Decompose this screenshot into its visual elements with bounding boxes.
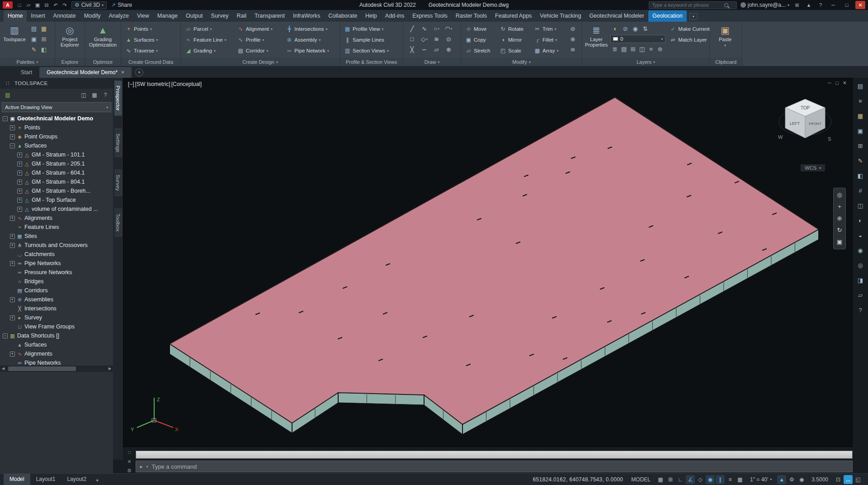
match-layer-button[interactable]: ⇌Match Layer xyxy=(668,34,711,45)
expand-toggle-icon[interactable]: − xyxy=(3,116,8,121)
layout-tab-model[interactable]: Model xyxy=(4,474,30,485)
clipboard-panel-footer[interactable]: Clipboard xyxy=(710,58,742,66)
edit-hatch-button[interactable]: ≋ xyxy=(571,46,576,53)
scroll-right-icon[interactable]: ▶ xyxy=(107,366,113,372)
expand-toggle-icon[interactable]: + xyxy=(10,315,15,320)
draw-panel-footer[interactable]: Draw▾ xyxy=(403,58,461,66)
expand-toggle-icon[interactable]: + xyxy=(17,152,22,157)
points-button[interactable]: +Points▾ xyxy=(124,24,159,34)
expand-toggle-icon[interactable]: + xyxy=(17,162,22,166)
view-selector-dropdown[interactable]: Active Drawing View ▾ xyxy=(2,102,111,112)
zoom-icon[interactable]: ⊕ xyxy=(837,215,842,222)
command-history-line[interactable] xyxy=(136,451,853,459)
annotation-scale-button[interactable]: 1" = 40' ▾ xyxy=(747,475,774,484)
open-file-icon[interactable]: ▱ xyxy=(24,2,33,8)
expand-toggle-icon[interactable]: + xyxy=(17,171,22,176)
sheet-set-manager-button[interactable]: ▣ xyxy=(31,36,37,43)
tree-item-corridors[interactable]: +▤Corridors xyxy=(0,286,113,295)
layer-freeze-button[interactable]: ≣ xyxy=(613,46,618,52)
tool-palettes-button[interactable]: ▦ xyxy=(41,25,47,32)
tree-item-gm-stratum-804-1[interactable]: +△GM - Stratum - 804.1 xyxy=(0,177,113,186)
isolate-objects-icon[interactable]: ◉ xyxy=(797,475,806,484)
object-snap-icon[interactable]: ◉ xyxy=(706,475,715,484)
doc-tab-start[interactable]: Start xyxy=(14,67,39,78)
pan-icon[interactable]: + xyxy=(838,204,841,210)
tool-palettes-icon[interactable]: ▦ xyxy=(858,113,863,119)
profile-section-views-panel-footer[interactable]: Profile & Section Views xyxy=(340,58,403,66)
copy-button[interactable]: ▣Copy xyxy=(464,34,495,45)
ribbon-tab-collaborate[interactable]: Collaborate xyxy=(324,10,361,22)
rectangle-button[interactable]: □ xyxy=(410,36,414,43)
alignment-button[interactable]: ∿Alignment▾ xyxy=(236,24,282,34)
tree-item-survey[interactable]: +▸Survey xyxy=(0,313,113,322)
materials-palette-icon[interactable]: ◒ xyxy=(859,233,862,239)
expand-toggle-icon[interactable]: + xyxy=(17,207,22,212)
design-center-button[interactable]: ⊞ xyxy=(42,36,47,43)
save-icon[interactable]: ▣ xyxy=(33,2,42,8)
traverse-button[interactable]: ∿Traverse▾ xyxy=(124,45,159,56)
ribbon-tab-manage[interactable]: Manage xyxy=(153,10,182,22)
paste-button[interactable]: ▣ Paste ▾ xyxy=(712,24,738,58)
layer-palette-icon[interactable]: ≡ xyxy=(859,98,862,105)
optimize-panel-footer[interactable]: Optimize xyxy=(85,58,121,66)
pipe-network-button[interactable]: ═Pipe Network▾ xyxy=(284,45,337,56)
grading-button[interactable]: ◢Grading▾ xyxy=(184,45,233,56)
search-icon[interactable] xyxy=(724,3,728,7)
fillet-button[interactable]: ╭Fillet▾ xyxy=(533,34,565,45)
expand-toggle-icon[interactable]: + xyxy=(17,180,22,185)
tree-item-pressure-networks[interactable]: +═Pressure Networks xyxy=(0,268,113,277)
model-space-button[interactable]: MODEL xyxy=(628,475,653,484)
explore-panel-footer[interactable]: Explore xyxy=(55,58,85,66)
tree-item-alignments[interactable]: +∿Alignments xyxy=(0,349,113,358)
ribbon-tab-view[interactable]: View xyxy=(133,10,153,22)
tree-item-surfaces[interactable]: +▲Surfaces xyxy=(0,340,113,349)
stretch-button[interactable]: ▱Stretch xyxy=(464,45,495,56)
sheet-set-icon[interactable]: ▣ xyxy=(858,128,863,134)
close-button[interactable]: ✕ xyxy=(855,1,865,9)
snap-mode-icon[interactable]: ⊞ xyxy=(666,475,675,484)
clean-screen-icon[interactable]: ◱ xyxy=(854,475,863,484)
viewcube[interactable]: TOP LEFT FRONT W S xyxy=(775,94,835,162)
close-doc-icon[interactable]: × xyxy=(121,69,124,76)
preview-toggle-icon[interactable]: ▦ xyxy=(90,92,99,98)
print-icon[interactable]: ⊟ xyxy=(42,2,51,8)
workspace-gear-icon[interactable]: ⚙ xyxy=(787,475,796,484)
new-layout-button[interactable]: + xyxy=(92,475,102,484)
array-button[interactable]: ▦Array▾ xyxy=(533,45,565,56)
visual-style-control[interactable]: [Conceptual] xyxy=(171,81,202,87)
ortho-mode-icon[interactable]: ∟ xyxy=(676,475,685,484)
tree-item-pipe-networks[interactable]: +═Pipe Networks xyxy=(0,259,113,268)
expand-toggle-icon[interactable]: + xyxy=(10,352,15,357)
autodesk-account-icon[interactable]: ▲ xyxy=(805,2,813,8)
layout-tab-layout1[interactable]: Layout1 xyxy=(30,474,61,485)
workspace-switcher[interactable]: ⚙ Civil 3D ▾ xyxy=(71,1,107,9)
markup-palette-icon[interactable]: ✎ xyxy=(858,158,863,164)
full-navigation-wheel-icon[interactable]: ◎ xyxy=(837,192,842,198)
markup-button[interactable]: ✎ xyxy=(32,46,37,53)
project-explorer-button[interactable]: ◎ Project Explorer xyxy=(58,24,82,58)
layer-walk-button[interactable]: ◫ xyxy=(639,46,645,52)
toolspace-horizontal-scrollbar[interactable]: ◀ ▶ xyxy=(0,366,113,372)
autocad-logo[interactable]: A xyxy=(3,1,13,9)
ribbon-tab-geotechnical-modeler[interactable]: Geotechnical Modeler xyxy=(585,10,648,22)
expand-toggle-icon[interactable]: − xyxy=(3,333,8,338)
help-palette-icon[interactable]: ? xyxy=(859,307,862,314)
object-snap-tracking-icon[interactable]: ∥ xyxy=(716,475,725,484)
properties-palette-button[interactable]: ▤ xyxy=(31,25,37,32)
tree-item-data-shortcuts[interactable]: −▥Data Shortcuts [] xyxy=(0,331,113,340)
ribbon-tab-help[interactable]: Help xyxy=(361,10,381,22)
toolspace-help-icon[interactable]: ? xyxy=(101,92,109,98)
scroll-left-icon[interactable]: ◀ xyxy=(0,366,6,372)
scale-button[interactable]: ◰Scale xyxy=(498,45,530,56)
scrollbar-thumb[interactable] xyxy=(8,366,76,371)
tree-item-gm-stratum-604-1[interactable]: +△GM - Stratum - 604.1 xyxy=(0,168,113,177)
compass-south-label[interactable]: S xyxy=(828,136,831,142)
ribbon-tab-express-tools[interactable]: Express Tools xyxy=(408,10,452,22)
visual-styles-palette-icon[interactable]: ◨ xyxy=(858,277,863,284)
hatch-button[interactable]: ≋ xyxy=(434,36,439,43)
hardware-acceleration-icon[interactable]: ⊡ xyxy=(834,475,843,484)
compass-west-label[interactable]: W xyxy=(778,134,783,140)
command-input[interactable]: ▸ ▾ Type a command xyxy=(136,461,853,472)
isodraft-icon[interactable]: ◇ xyxy=(696,475,705,484)
ribbon-tab-insert[interactable]: Insert xyxy=(27,10,49,22)
